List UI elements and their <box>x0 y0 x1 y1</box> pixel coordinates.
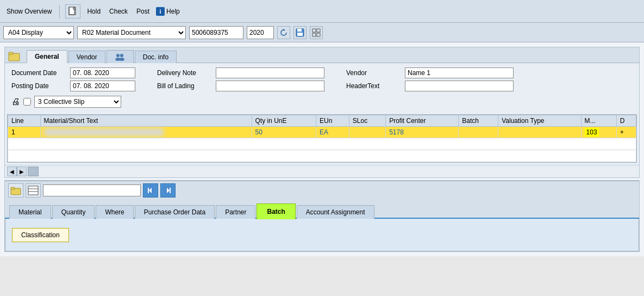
doc-number-input[interactable] <box>189 26 243 39</box>
collective-slip-select[interactable]: 3 Collective Slip <box>34 96 121 108</box>
lower-tab-quantity[interactable]: Quantity <box>52 205 95 219</box>
svg-marker-1 <box>282 29 285 30</box>
vendor-row: Vendor <box>346 67 514 78</box>
svg-rect-17 <box>28 186 38 195</box>
svg-point-11 <box>116 54 120 57</box>
header-left-icon-btn[interactable] <box>8 51 20 64</box>
col-d: D <box>616 115 636 127</box>
new-doc-icon <box>68 7 77 16</box>
lower-tab-account-assignment[interactable]: Account Assignment <box>297 205 374 219</box>
blurred-material <box>44 128 164 136</box>
svg-rect-4 <box>297 33 303 36</box>
print-icon[interactable]: 🖨 <box>11 97 20 107</box>
scroll-left-btn[interactable]: ◀ <box>7 166 17 176</box>
header-tabs-row: General Vendor Doc. info <box>5 47 639 63</box>
document-date-input[interactable] <box>70 67 135 78</box>
left-form-column: Document Date Posting Date 🖨 3 Collectiv… <box>11 67 135 108</box>
col-qty: Qty in UnE <box>252 115 316 127</box>
scroll-row: ◀ ▶ <box>5 165 639 177</box>
scroll-right-btn[interactable]: ▶ <box>17 166 27 176</box>
tab-person-icon-btn[interactable] <box>107 50 134 63</box>
posting-date-row: Posting Date <box>11 81 135 91</box>
tab-docinfo[interactable]: Doc. info <box>135 51 177 63</box>
lower-content: Classification <box>5 219 639 251</box>
svg-point-13 <box>120 54 123 57</box>
bill-of-lading-input[interactable] <box>216 81 324 91</box>
svg-point-14 <box>119 58 124 61</box>
vendor-label: Vendor <box>346 69 401 77</box>
grid-icon-btn[interactable] <box>310 26 323 39</box>
table-row[interactable]: 1 50 EA 5178 103 + <box>8 127 636 138</box>
lower-tab-where[interactable]: Where <box>96 205 133 219</box>
check-button[interactable]: Check <box>107 7 130 16</box>
refresh-icon-btn[interactable] <box>277 26 290 39</box>
scroll-thumb <box>28 166 39 176</box>
help-icon: i <box>156 7 165 16</box>
form-area: Document Date Posting Date 🖨 3 Collectiv… <box>5 63 639 112</box>
bill-of-lading-row: Bill of Lading <box>157 81 324 91</box>
doc-type-select[interactable]: R02 Material Document <box>77 26 186 39</box>
cell-batch <box>459 127 498 138</box>
nav-left-icon <box>146 186 155 195</box>
help-button[interactable]: i Help <box>156 7 180 16</box>
middle-form-column: Delivery Note Bill of Lading <box>157 67 324 91</box>
bottom-left-icons <box>8 183 41 198</box>
lower-tab-material[interactable]: Material <box>9 205 51 219</box>
bottom-folder-icon-btn[interactable] <box>8 183 23 198</box>
posting-date-input[interactable] <box>70 81 135 91</box>
vendor-input[interactable] <box>405 67 514 78</box>
main-toolbar: Show Overview Hold Check Post i Help <box>0 0 644 23</box>
nav-right-btn[interactable] <box>160 183 176 198</box>
tab-vendor[interactable]: Vendor <box>68 51 105 63</box>
tab-general[interactable]: General <box>27 50 67 63</box>
lower-tab-partner[interactable]: Partner <box>216 205 255 219</box>
search-input[interactable] <box>43 184 141 196</box>
cell-qty: 50 <box>252 127 316 138</box>
header-text-input[interactable] <box>405 81 514 91</box>
nav-left-btn[interactable] <box>143 183 158 198</box>
delivery-note-row: Delivery Note <box>157 67 324 78</box>
toolbar-divider-1 <box>59 5 60 18</box>
nav-right-icon <box>164 186 172 195</box>
right-form-column: Vendor HeaderText <box>346 67 514 91</box>
header-card: General Vendor Doc. info Docume <box>4 47 640 178</box>
grid-icon <box>312 28 321 37</box>
cell-material <box>40 127 252 138</box>
classification-button[interactable]: Classification <box>12 228 69 242</box>
bottom-lines-icon-btn[interactable] <box>26 183 41 198</box>
svg-rect-16 <box>11 187 15 189</box>
collective-slip-row: 🖨 3 Collective Slip <box>11 96 135 108</box>
svg-rect-8 <box>317 33 320 36</box>
delivery-note-input[interactable] <box>216 67 324 78</box>
bottom-folder-icon <box>10 186 21 195</box>
cell-m: 103 <box>581 127 616 138</box>
lower-tab-purchase-order[interactable]: Purchase Order Data <box>135 205 215 219</box>
bottom-toolbar <box>5 181 639 200</box>
lower-tab-batch[interactable]: Batch <box>257 203 295 219</box>
document-date-label: Document Date <box>11 69 66 77</box>
table-header-row: Line Material/Short Text Qty in UnE EUn … <box>8 115 636 127</box>
cell-line: 1 <box>8 127 41 138</box>
document-date-row: Document Date <box>11 67 135 78</box>
save-icon-btn[interactable] <box>293 26 307 39</box>
main-content: General Vendor Doc. info Docume <box>0 42 644 256</box>
second-toolbar: A04 Display R02 Material Document <box>0 23 644 42</box>
doc-year-input[interactable] <box>247 26 274 39</box>
show-overview-button[interactable]: Show Overview <box>4 7 54 16</box>
header-text-row: HeaderText <box>346 81 514 91</box>
post-button[interactable]: Post <box>134 7 152 16</box>
cell-profit-center: 5178 <box>386 127 459 138</box>
delivery-note-label: Delivery Note <box>157 69 211 77</box>
col-batch: Batch <box>459 115 498 127</box>
svg-rect-6 <box>317 29 320 32</box>
collective-slip-checkbox[interactable] <box>23 98 31 106</box>
hold-button[interactable]: Hold <box>85 7 103 16</box>
col-line: Line <box>8 115 41 127</box>
new-doc-icon-btn[interactable] <box>65 4 80 18</box>
svg-rect-7 <box>312 33 316 36</box>
folder-icon <box>8 51 20 63</box>
display-mode-select[interactable]: A04 Display <box>3 26 74 39</box>
help-label: Help <box>166 8 180 15</box>
save-icon <box>296 28 304 37</box>
col-valuation-type: Valuation Type <box>498 115 581 127</box>
